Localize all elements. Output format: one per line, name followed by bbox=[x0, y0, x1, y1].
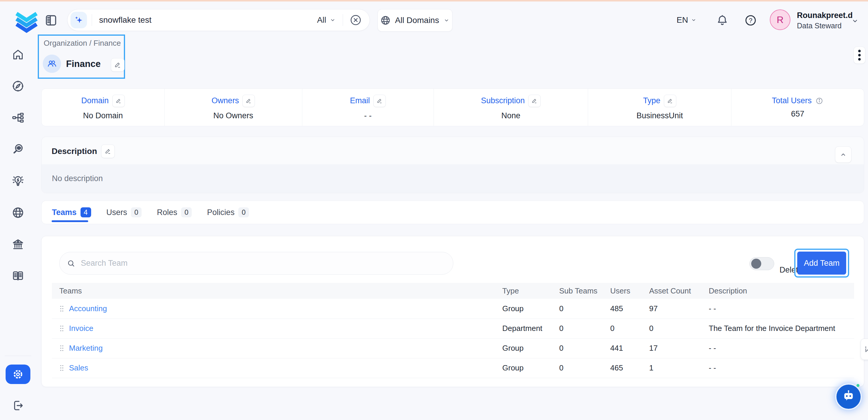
edit-domain-button[interactable] bbox=[112, 95, 125, 107]
tab-count-badge: 0 bbox=[238, 207, 249, 217]
team-name-link[interactable]: Invoice bbox=[69, 324, 93, 333]
cell-sub-teams: 0 bbox=[559, 324, 610, 333]
domains-filter-dropdown[interactable]: All Domains bbox=[377, 9, 453, 32]
teams-panel: Deleted Add Team Teams Type Sub Teams Us… bbox=[41, 236, 864, 387]
breadcrumb[interactable]: Organization / Finance bbox=[44, 39, 121, 48]
edit-description-button[interactable] bbox=[101, 145, 115, 158]
pencil-icon bbox=[864, 346, 868, 353]
cell-asset-count: 0 bbox=[649, 324, 709, 333]
toggle-knob bbox=[751, 259, 761, 269]
table-row: Accounting Group 0 485 97 - - bbox=[52, 299, 854, 319]
drag-handle-icon[interactable] bbox=[59, 364, 64, 372]
sidebar-item-logout[interactable] bbox=[11, 399, 25, 412]
pencil-icon bbox=[531, 98, 538, 104]
sidebar-item-global[interactable] bbox=[11, 206, 25, 219]
field-label[interactable]: Email bbox=[350, 96, 370, 105]
info-field-total-users: Total Users 657 bbox=[732, 89, 864, 126]
edit-email-button[interactable] bbox=[373, 95, 386, 107]
app-root: { "topbar": { "search_value": "snowflake… bbox=[0, 0, 868, 420]
global-search-input[interactable] bbox=[98, 15, 311, 25]
sidebar-item-explore[interactable] bbox=[11, 79, 25, 93]
pencil-icon bbox=[104, 148, 112, 155]
help-icon[interactable]: ? bbox=[744, 13, 757, 27]
info-field-type: Type BusinessUnit bbox=[588, 89, 732, 126]
language-selector[interactable]: EN bbox=[677, 16, 697, 25]
notifications-bell-icon[interactable] bbox=[715, 13, 729, 27]
robot-icon bbox=[841, 389, 857, 404]
more-actions-button[interactable] bbox=[854, 47, 865, 64]
col-header-sub-teams[interactable]: Sub Teams bbox=[559, 287, 610, 296]
top-accent-strip bbox=[0, 0, 868, 1]
tab-count-badge: 4 bbox=[81, 207, 91, 217]
tab-users[interactable]: Users 0 bbox=[106, 207, 142, 217]
user-avatar[interactable]: R bbox=[770, 9, 790, 30]
sidebar-toggle-icon[interactable] bbox=[44, 13, 58, 28]
field-value: 657 bbox=[791, 110, 804, 119]
chatbot-status-dot bbox=[857, 384, 860, 387]
col-header-description[interactable]: Description bbox=[709, 287, 854, 296]
cell-type: Group bbox=[502, 343, 559, 353]
team-name-link[interactable]: Accounting bbox=[69, 304, 107, 313]
user-menu-chevron-icon[interactable] bbox=[850, 17, 860, 25]
app-logo bbox=[12, 6, 41, 33]
search-icon bbox=[67, 259, 75, 268]
user-menu[interactable]: Rounakpreet.d Data Steward bbox=[797, 11, 852, 30]
field-value: BusinessUnit bbox=[637, 111, 683, 120]
sidebar-item-glossary[interactable] bbox=[11, 269, 25, 282]
tab-teams[interactable]: Teams 4 bbox=[52, 207, 91, 217]
field-value: None bbox=[501, 111, 521, 120]
field-label[interactable]: Owners bbox=[212, 96, 239, 105]
edit-type-button[interactable] bbox=[664, 95, 676, 107]
team-name-link[interactable]: Sales bbox=[69, 363, 88, 372]
tab-count-badge: 0 bbox=[131, 207, 142, 217]
clear-search-icon[interactable] bbox=[349, 13, 363, 27]
tab-label: Users bbox=[106, 208, 127, 217]
tab-roles[interactable]: Roles 0 bbox=[157, 207, 192, 217]
edit-title-button[interactable] bbox=[111, 58, 124, 72]
clipped-floating-card bbox=[861, 338, 868, 360]
sidebar-item-governance[interactable] bbox=[11, 237, 25, 251]
field-label[interactable]: Type bbox=[643, 96, 660, 105]
drag-handle-icon[interactable] bbox=[59, 344, 64, 352]
sidebar-item-insights[interactable] bbox=[11, 174, 25, 187]
drag-handle-icon[interactable] bbox=[59, 324, 64, 332]
svg-text:?: ? bbox=[749, 17, 752, 24]
entity-info-card: Domain No Domain Owners No Owners Email … bbox=[41, 88, 864, 126]
sidebar-item-discovery[interactable] bbox=[11, 143, 25, 156]
team-search-input[interactable] bbox=[80, 258, 453, 268]
drag-handle-icon[interactable] bbox=[59, 305, 64, 313]
sidebar-item-settings[interactable] bbox=[6, 365, 30, 384]
team-search-field[interactable] bbox=[59, 252, 453, 275]
collapse-description-button[interactable] bbox=[835, 146, 851, 163]
chevron-down-icon bbox=[690, 17, 697, 23]
col-header-teams[interactable]: Teams bbox=[52, 287, 502, 296]
tab-policies[interactable]: Policies 0 bbox=[207, 207, 249, 217]
field-label[interactable]: Subscription bbox=[481, 96, 525, 105]
field-label[interactable]: Domain bbox=[81, 96, 108, 105]
search-scope-dropdown[interactable]: All bbox=[317, 16, 336, 25]
col-header-asset-count[interactable]: Asset Count bbox=[649, 287, 709, 296]
edit-subscription-button[interactable] bbox=[528, 95, 540, 107]
cell-description: - - bbox=[709, 343, 854, 353]
pencil-icon bbox=[115, 98, 122, 104]
pencil-icon bbox=[376, 98, 383, 104]
field-value: No Owners bbox=[213, 111, 253, 120]
team-name-link[interactable]: Marketing bbox=[69, 343, 103, 353]
global-search-bar[interactable]: All bbox=[67, 9, 370, 31]
tab-label: Teams bbox=[52, 208, 77, 217]
sidebar-item-home[interactable] bbox=[11, 48, 25, 61]
deleted-toggle[interactable] bbox=[749, 257, 774, 270]
language-value: EN bbox=[677, 16, 688, 25]
info-icon[interactable] bbox=[815, 97, 824, 105]
people-icon bbox=[46, 58, 58, 69]
active-tab-underline bbox=[52, 220, 88, 222]
team-avatar bbox=[43, 55, 61, 73]
edit-owners-button[interactable] bbox=[242, 95, 255, 107]
col-header-type[interactable]: Type bbox=[502, 287, 559, 296]
col-header-users[interactable]: Users bbox=[610, 287, 649, 296]
add-team-button[interactable]: Add Team bbox=[797, 251, 846, 275]
user-name: Rounakpreet.d bbox=[797, 11, 852, 20]
cell-type: Group bbox=[502, 304, 559, 313]
chatbot-button[interactable] bbox=[835, 384, 862, 410]
sidebar-item-hierarchy[interactable] bbox=[11, 111, 25, 124]
